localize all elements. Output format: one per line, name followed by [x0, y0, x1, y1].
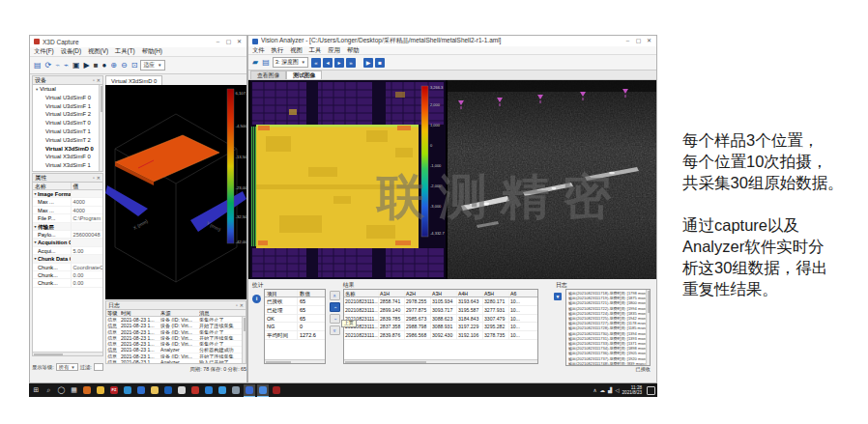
refresh-icon[interactable]: ⟳: [45, 61, 52, 70]
record-icon[interactable]: ●: [101, 61, 106, 70]
zoom-fit-icon[interactable]: ⊡: [131, 61, 138, 70]
log-scrollbar[interactable]: [242, 317, 246, 363]
close-button[interactable]: ✕: [234, 37, 245, 47]
panel-float-icon[interactable]: ▫: [93, 175, 95, 181]
Acqui...[interactable]: ▾ Acqui... 5.00: [33, 247, 102, 255]
Chunk...[interactable]: ▾ Chunk... 0.00: [33, 279, 102, 287]
filter-level-dropdown[interactable]: 所有 ▼: [56, 363, 78, 371]
device-tree-item[interactable]: Virtual U3dSimT 0: [33, 119, 102, 127]
stats-scrollbar[interactable]: [265, 359, 325, 363]
app-red[interactable]: [189, 384, 201, 397]
properties-scrollbar[interactable]: [33, 352, 102, 355]
analyzer-titlebar[interactable]: Vision Analyzer - [C:/Users/Longer/Deskt…: [248, 36, 656, 46]
result-row[interactable]: 20210823111... 2899.140 2977.875 3093.71…: [344, 306, 537, 315]
prev-frame-button[interactable]: ◂: [323, 58, 333, 68]
panel-float-icon[interactable]: ▫: [236, 302, 238, 308]
app-dark-red[interactable]: [271, 384, 282, 397]
tray-expand-icon[interactable]: ∧: [593, 384, 597, 396]
panel-float-icon[interactable]: ▫: [93, 77, 95, 83]
zoom-mode-dropdown[interactable]: 适应 ▼: [140, 60, 164, 71]
File P...[interactable]: ▾ File P... C:\Program Fil...: [33, 214, 102, 222]
result-row[interactable]: 20210823111... 2858.741 2978.255 3105.93…: [344, 297, 537, 306]
browser-blue[interactable]: [203, 384, 215, 397]
tab-view-image[interactable]: 查看图像: [250, 71, 286, 79]
app-gray[interactable]: [230, 384, 242, 397]
run-button[interactable]: ▶: [363, 58, 373, 68]
app-yellow[interactable]: [95, 384, 106, 397]
tree-expand-icon[interactable]: ▾: [36, 87, 38, 92]
connect-icon[interactable]: ⌁: [55, 61, 60, 70]
panel-close-icon[interactable]: ✕: [240, 302, 244, 308]
analyzer-log-scrollbar[interactable]: [646, 290, 650, 365]
cortana-button[interactable]: ◯: [56, 384, 67, 396]
first-frame-button[interactable]: «: [311, 58, 321, 68]
save-icon[interactable]: ▤: [262, 58, 270, 67]
menu-item[interactable]: 文件(F): [34, 47, 54, 56]
last-page-button[interactable]: »: [330, 325, 340, 335]
device-tree-root[interactable]: ▾ Virtual: [33, 85, 102, 94]
file-explorer[interactable]: [149, 384, 160, 397]
start-button[interactable]: ⊞: [31, 384, 42, 396]
analyzer-log-line[interactable]: 输出(20210823111748)-花费时间: [839 msecs]: [568, 361, 646, 366]
panel-close-icon[interactable]: ✕: [97, 175, 101, 181]
device-tree-item[interactable]: Virtual X3dSimF 1: [33, 161, 102, 170]
Chunk...[interactable]: ▾ Chunk... CoordinateC: [33, 264, 102, 271]
video-icon[interactable]: ▶: [83, 61, 89, 70]
result-row[interactable]: 20210823111... 2839.785 2985.673 3088.62…: [344, 315, 537, 324]
device-tree-item[interactable]: Virtual X3dSimF 0: [33, 153, 102, 161]
viewport-tab[interactable]: Virtual X3dSimD 0: [105, 75, 162, 85]
outlook-app[interactable]: [162, 384, 174, 397]
camera-icon[interactable]: ▣: [72, 61, 80, 70]
first-page-button[interactable]: «: [330, 291, 340, 300]
page-up-button[interactable]: ‹: [330, 302, 340, 312]
minimize-button[interactable]: –: [213, 37, 223, 47]
app-orange[interactable]: [81, 384, 93, 397]
app-fz[interactable]: FZ: [108, 384, 120, 397]
Chunk...[interactable]: ▾ Chunk... 0.00: [33, 271, 102, 279]
menu-item[interactable]: 视图: [290, 46, 303, 55]
device-tree-item[interactable]: Virtual U3dSimF 0: [33, 94, 102, 102]
maximize-button[interactable]: ▢: [633, 36, 644, 46]
log-filter-icon[interactable]: ▼: [554, 293, 562, 300]
panel-close-icon[interactable]: ✕: [97, 77, 101, 83]
menu-item[interactable]: 执行: [272, 46, 284, 55]
image-mode-dropdown[interactable]: 3: 深度图 ▼: [273, 57, 308, 68]
stop-button[interactable]: ■: [375, 58, 385, 68]
result-row[interactable]: 20210823111... 2837.358 2988.798 3088.93…: [344, 323, 537, 331]
stats-row[interactable]: 已接收 65: [265, 297, 325, 306]
maximize-button[interactable]: ▢: [223, 37, 234, 47]
device-tree-item[interactable]: Virtual U3dSimT 2: [33, 136, 102, 145]
传输层[interactable]: ▾ 传输层: [33, 223, 102, 231]
log-row[interactable]: 信息 2021-08-23 1... Analyzer 输入已开始了: [106, 359, 246, 364]
tab-test-image[interactable]: 测试图像: [286, 71, 322, 79]
device-tree-item[interactable]: Virtual U3dSimF 1: [33, 102, 102, 111]
result-row[interactable]: 20210823111... 2839.876 2986.568 3092.43…: [344, 331, 537, 340]
stop-icon[interactable]: ■: [94, 61, 99, 70]
x3d-capture-task[interactable]: [244, 384, 255, 397]
network-icon[interactable]: ▟: [608, 384, 612, 396]
taskbar-clock[interactable]: 11:28 2021/8/23: [622, 385, 642, 396]
device-tree-item[interactable]: Virtual X3dSimD 0: [33, 145, 102, 154]
analyzer-log-line[interactable]: 输出(20210823111721)-花费时间: [1800 msecs]: [568, 300, 646, 305]
menu-item[interactable]: 工具(T): [115, 47, 135, 56]
minimize-button[interactable]: –: [622, 36, 633, 46]
Paylo...[interactable]: ▾ Paylo... 256000048: [33, 231, 102, 239]
analyzer-log-line[interactable]: 输出(20210823111728)-花费时间: [1185 msecs]: [568, 325, 646, 330]
open-folder-icon[interactable]: ▰: [252, 58, 258, 67]
menu-item[interactable]: 视图(V): [88, 47, 108, 56]
Chunk Data Control[interactable]: ▾ Chunk Data Control: [33, 255, 102, 263]
depth-heatmap-image[interactable]: 3,266.3 2,000 1,000 0 -1,000 -2,000 -3,0…: [250, 80, 446, 279]
photos-app[interactable]: [135, 384, 147, 397]
menu-item[interactable]: 文件: [252, 46, 265, 55]
Max ...[interactable]: ▾ Max ... 4000: [33, 207, 102, 214]
stats-row[interactable]: 已处理 65: [265, 306, 325, 315]
vision-analyzer-task[interactable]: [257, 384, 269, 397]
disconnect-icon[interactable]: ⌁: [64, 61, 69, 70]
volume-icon[interactable]: ◁: [615, 384, 619, 396]
onedrive-icon[interactable]: ☁: [600, 384, 606, 396]
zoom-out-icon[interactable]: ⊖: [121, 61, 128, 70]
edge-browser[interactable]: [122, 384, 133, 397]
menu-item[interactable]: 帮助(H): [142, 47, 162, 56]
capture-titlebar[interactable]: X3D Capture – ▢ ✕: [30, 36, 246, 47]
tree-scrollbar[interactable]: [99, 85, 102, 171]
